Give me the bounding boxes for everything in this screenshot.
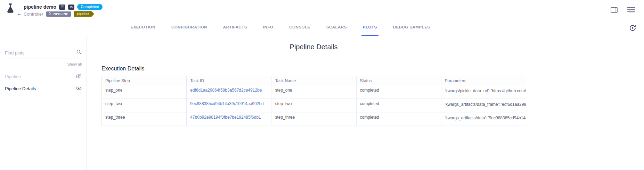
task-id-link[interactable]: 47b0b92e98194f3fbe7be192485f6db1 [190,115,261,120]
task-type-label: Controller [24,11,43,17]
search-input[interactable] [5,50,76,56]
tab-artifacts[interactable]: ARTIFACTS [222,19,248,36]
cell-pipeline-step: step_two [102,99,187,112]
plot-title: Pipeline Details [101,43,526,51]
hamburger-menu-icon[interactable] [627,7,635,12]
cell-task-id: 47b0b92e98194f3fbe7be192485f6db1 [187,112,271,126]
output-log-icon[interactable]: ☰ [59,5,65,10]
id-badge[interactable]: ID [68,5,74,10]
tab-console[interactable]: CONSOLE [288,19,311,36]
eye-icon[interactable] [76,86,82,92]
col-pipeline-step: Pipeline Step [102,76,187,85]
cell-pipeline-step: step_three [102,112,187,126]
table-row: step_one edf6d1aa29864f58b3a567d2ce4912b… [102,85,526,99]
cell-status: completed [356,85,441,99]
plot-search [5,49,82,59]
search-icon[interactable] [76,49,82,56]
task-id-link[interactable]: 9ec988385cd94b14a39c10914aa902bd [190,101,264,106]
auto-refresh-icon[interactable] [629,24,636,32]
execution-details-table: Pipeline Step Task ID Task Name Status P… [101,76,526,126]
app-logo-icon[interactable]: ››› [5,2,19,18]
project-tag-pipeline[interactable]: pipeline [74,11,94,17]
cell-task-name: step_two [271,99,356,112]
sidebar-item-pipeline-details[interactable]: Pipeline Details [5,83,82,95]
cell-task-name: step_one [271,85,356,99]
execution-details-section: Execution Details Pipeline Step Task ID … [101,66,526,126]
tab-plots[interactable]: PLOTS [361,19,378,36]
col-parameters: Parameters [441,76,526,85]
system-tag-pipeline: ❯ PIPELINE [46,11,71,17]
details-panel-icon[interactable] [611,7,618,13]
logo-arrows-icon: ››› [18,12,20,16]
plots-sidebar: Show all Pipeline Pipeline Details [0,36,87,170]
col-status: Status [356,76,441,85]
col-task-name: Task Name [271,76,356,85]
experiment-title: pipeline demo [24,4,56,10]
cell-task-id: edf6d1aa29864f58b3a567d2ce4912be [187,85,271,99]
tab-configuration[interactable]: CONFIGURATION [170,19,209,36]
cell-pipeline-step: step_one [102,85,187,99]
table-row: step_three 47b0b92e98194f3fbe7be192485f6… [102,112,526,126]
chevron-right-icon: ❯ [49,12,51,15]
show-all-link[interactable]: Show all [5,62,82,66]
table-header-row: Pipeline Step Task ID Task Name Status P… [102,76,526,85]
plots-panel: Pipeline Details Execution Details Pipel… [87,36,644,170]
eye-off-icon[interactable] [76,74,82,79]
cell-task-id: 9ec988385cd94b14a39c10914aa902bd [187,99,271,112]
tab-info[interactable]: INFO [262,19,275,36]
cell-status: completed [356,112,441,126]
sidebar-item-pipeline[interactable]: Pipeline [5,70,82,83]
col-task-id: Task ID [187,76,271,85]
tab-scalars[interactable]: SCALARS [325,19,348,36]
top-header: ››› pipeline demo ☰ ID Completed Control… [0,0,644,19]
plot-divider [87,57,644,57]
cell-parameters: 'kwargs/pickle_data_url': 'https://githu… [441,85,526,99]
flask-icon [5,2,15,15]
table-row: step_two 9ec988385cd94b14a39c10914aa902b… [102,99,526,112]
cell-status: completed [356,99,441,112]
cell-task-name: step_three [271,112,356,126]
cell-parameters: 'kwargs_artifacts/data': '9ec988385cd94b… [441,112,526,126]
tab-bar: EXECUTION CONFIGURATION ARTIFACTS INFO C… [0,19,644,36]
tab-execution[interactable]: EXECUTION [129,19,157,36]
task-id-link[interactable]: edf6d1aa29864f58b3a567d2ce4912be [190,88,262,93]
cell-parameters: 'kwargs_artifacts/data_frame': 'edf6d1aa… [441,99,526,112]
section-title: Execution Details [101,66,526,72]
tab-debug-samples[interactable]: DEBUG SAMPLES [392,19,432,36]
status-badge: Completed [77,4,103,10]
